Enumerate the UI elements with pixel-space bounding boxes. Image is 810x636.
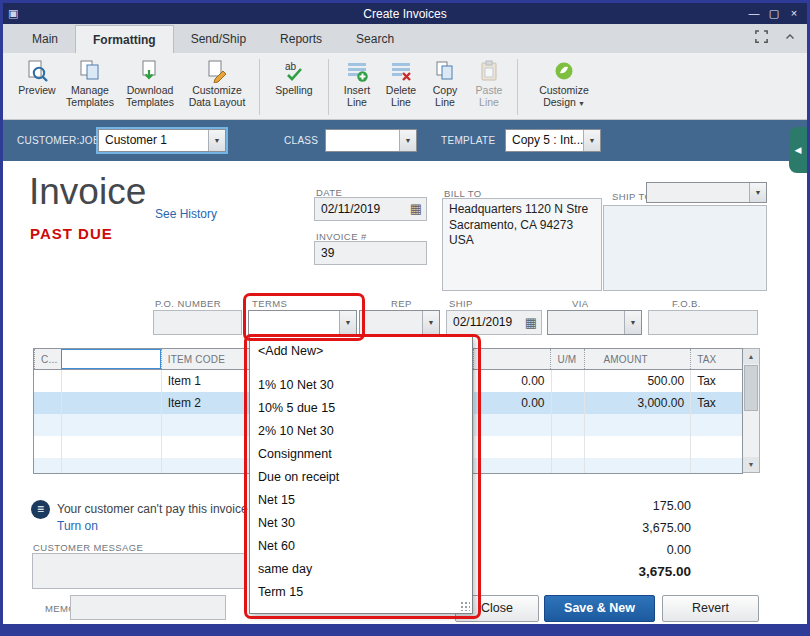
price-cell[interactable]: 0.00	[473, 392, 551, 414]
tab-search[interactable]: Search	[339, 25, 411, 53]
tab-send-ship[interactable]: Send/Ship	[174, 25, 263, 53]
dropdown-item[interactable]: same day	[250, 558, 472, 581]
window-bottom-border	[3, 624, 807, 633]
class-combo[interactable]: ▼	[325, 129, 417, 152]
item-code-cell[interactable]: Item 1	[161, 370, 250, 392]
chevron-down-icon[interactable]: ▼	[583, 130, 600, 151]
tab-reports[interactable]: Reports	[263, 25, 339, 53]
tax-cell[interactable]: Tax	[690, 392, 742, 414]
column-header-amount: AMOUNT	[584, 349, 690, 369]
table-scrollbar[interactable]: ▲ ▼	[743, 348, 760, 473]
terms-combo[interactable]: ▼	[248, 310, 357, 335]
class-label: CLASS	[284, 135, 318, 146]
invoice-number-field[interactable]: 39	[314, 241, 427, 265]
total-value: 3,675.00	[473, 517, 691, 539]
see-history-link[interactable]: See History	[155, 207, 217, 221]
dropdown-item[interactable]: Due on receipt	[250, 466, 472, 489]
customer-message-field[interactable]	[32, 553, 246, 589]
via-combo[interactable]: ▼	[547, 310, 642, 335]
save-new-button[interactable]: Save & New	[544, 595, 655, 622]
customize-design-button[interactable]: Customize Design▼	[524, 57, 604, 109]
rep-label: REP	[391, 298, 412, 309]
tab-main[interactable]: Main	[15, 25, 75, 53]
spelling-button[interactable]: ab Spelling	[266, 57, 322, 96]
page-title: Invoice	[29, 171, 146, 213]
dropdown-item[interactable]: Net 30	[250, 512, 472, 535]
calendar-icon[interactable]: ▦	[410, 200, 422, 218]
download-templates-button[interactable]: Download Templates	[119, 57, 181, 109]
template-label: TEMPLATE	[441, 135, 495, 146]
close-icon[interactable]: ×	[785, 5, 803, 22]
ship-label: SHIP	[449, 298, 473, 309]
rep-combo[interactable]: ▼	[359, 310, 440, 335]
customize-design-icon	[552, 59, 576, 83]
amount-cell[interactable]: 3,000.00	[584, 392, 690, 414]
copy-line-button[interactable]: Copy Line	[423, 57, 467, 109]
customer-job-combo[interactable]: Customer 1 ▼	[98, 129, 226, 152]
expand-window-icon[interactable]	[754, 29, 769, 44]
date-field[interactable]: 02/11/2019 ▦	[314, 197, 427, 221]
column-header-check: C...	[34, 349, 61, 369]
minimize-icon[interactable]: —	[745, 5, 763, 22]
ship-to-combo[interactable]: ▼	[646, 182, 767, 203]
column-header-active-cell[interactable]	[61, 349, 161, 369]
toolbar-separator	[259, 59, 260, 115]
dropdown-item[interactable]: Net 60	[250, 535, 472, 558]
maximize-icon[interactable]: ▢	[765, 5, 783, 22]
item-code-cell[interactable]: Item 2	[161, 392, 250, 414]
preview-button[interactable]: Preview	[13, 57, 61, 96]
paste-line-icon	[477, 59, 501, 83]
scroll-down-icon[interactable]: ▼	[743, 457, 759, 472]
balance-due-value: 3,675.00	[473, 561, 691, 583]
dropdown-item[interactable]: 10% 5 due 15	[250, 397, 472, 420]
column-header-item-code: ITEM CODE	[161, 349, 250, 369]
tab-formatting[interactable]: Formatting	[75, 25, 174, 53]
template-combo[interactable]: Copy 5 : Int... ▼	[505, 129, 601, 152]
toolbar-separator	[328, 59, 329, 115]
chevron-down-icon[interactable]: ▼	[399, 130, 416, 151]
customize-data-layout-icon	[205, 59, 229, 83]
po-number-field[interactable]	[153, 310, 242, 335]
manage-templates-button[interactable]: Manage Templates	[61, 57, 119, 109]
via-label: VIA	[572, 298, 589, 309]
insert-line-button[interactable]: Insert Line	[335, 57, 379, 109]
price-cell[interactable]: 0.00	[473, 370, 551, 392]
scroll-up-icon[interactable]: ▲	[743, 349, 759, 364]
dropdown-item[interactable]: Net 15	[250, 489, 472, 512]
delete-line-icon	[389, 59, 413, 83]
chevron-down-icon[interactable]: ▼	[422, 311, 439, 334]
dropdown-item[interactable]: Term 15	[250, 581, 472, 604]
copy-line-icon	[433, 59, 457, 83]
toolbar-separator	[517, 59, 518, 115]
revert-button[interactable]: Revert	[662, 595, 759, 622]
customize-data-layout-button[interactable]: Customize Data Layout	[181, 57, 253, 109]
terms-label: TERMS	[252, 298, 287, 309]
chevron-left-icon: ◀	[795, 145, 802, 155]
turn-on-link[interactable]: Turn on	[57, 519, 98, 533]
download-templates-icon	[138, 59, 162, 83]
chevron-down-icon: ▼	[578, 100, 585, 107]
delete-line-button[interactable]: Delete Line	[379, 57, 423, 109]
ship-date-field[interactable]: 02/11/2019 ▦	[446, 310, 542, 335]
history-panel-collapse-tab[interactable]: ◀	[789, 127, 807, 173]
collapse-ribbon-icon[interactable]	[783, 31, 797, 43]
dropdown-item-add-new[interactable]: <Add New>	[250, 340, 472, 362]
chevron-down-icon[interactable]: ▼	[749, 183, 766, 202]
resize-grip-icon[interactable]	[460, 601, 470, 611]
bill-to-box[interactable]: Headquarters 1120 N Stre Sacramento, CA …	[442, 198, 602, 291]
calendar-icon[interactable]: ▦	[525, 314, 537, 332]
insert-line-icon	[345, 59, 369, 83]
memo-field[interactable]	[70, 595, 226, 620]
chevron-down-icon[interactable]: ▼	[624, 311, 641, 334]
chevron-down-icon[interactable]: ▼	[339, 311, 356, 334]
dropdown-item[interactable]: Consignment	[250, 443, 472, 466]
amount-cell[interactable]: 500.00	[584, 370, 690, 392]
fob-field[interactable]	[648, 310, 758, 335]
dropdown-item[interactable]: 1% 10 Net 30	[250, 374, 472, 397]
ship-to-box[interactable]	[603, 205, 767, 291]
dropdown-item[interactable]: 2% 10 Net 30	[250, 420, 472, 443]
fob-label: F.O.B.	[672, 298, 701, 309]
scrollbar-thumb[interactable]	[744, 365, 758, 411]
chevron-down-icon[interactable]: ▼	[208, 130, 225, 151]
tax-cell[interactable]: Tax	[690, 370, 742, 392]
